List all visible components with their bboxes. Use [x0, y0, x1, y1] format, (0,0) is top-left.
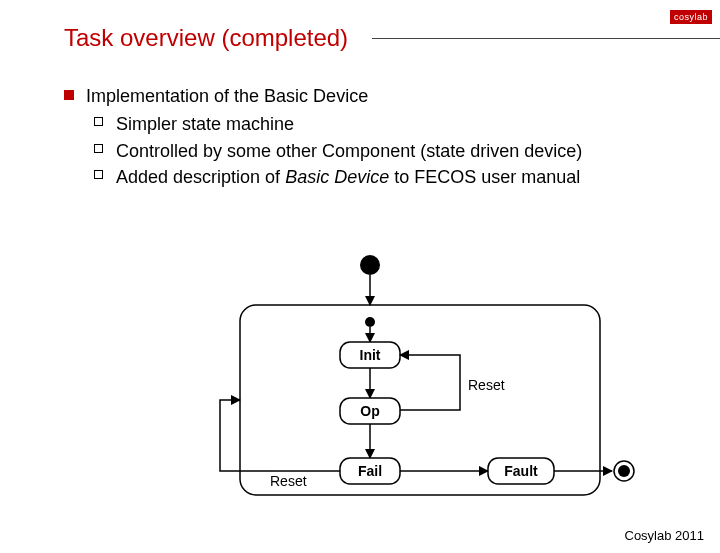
svg-point-7	[618, 465, 630, 477]
state-fail-label: Fail	[358, 463, 382, 479]
bullet-sub-3-pre: Added description of	[116, 167, 285, 187]
reset-inner-label: Reset	[468, 377, 505, 393]
title-rule	[372, 38, 720, 39]
bullet-sub-1: Simpler state machine	[94, 112, 680, 136]
svg-point-1	[365, 317, 375, 327]
content-body: Implementation of the Basic Device Simpl…	[64, 80, 680, 191]
bullet-sub-3-post: to FECOS user manual	[389, 167, 580, 187]
page-title: Task overview (completed)	[64, 24, 348, 52]
footer-copyright: Cosylab 2011	[625, 528, 705, 543]
state-machine-diagram: Init Op Reset Fail Fault	[200, 250, 640, 510]
bullet-sub-3-em: Basic Device	[285, 167, 389, 187]
bullet-sub-3: Added description of Basic Device to FEC…	[94, 165, 680, 189]
start-node-icon	[360, 255, 380, 275]
bullet-main: Implementation of the Basic Device	[64, 84, 680, 108]
state-init-label: Init	[360, 347, 381, 363]
state-fault-label: Fault	[504, 463, 538, 479]
state-op-label: Op	[360, 403, 379, 419]
title-row: Task overview (completed)	[64, 24, 720, 52]
brand-logo: cosylab	[670, 10, 712, 24]
reset-outer-label: Reset	[270, 473, 307, 489]
bullet-sub-2: Controlled by some other Component (stat…	[94, 139, 680, 163]
